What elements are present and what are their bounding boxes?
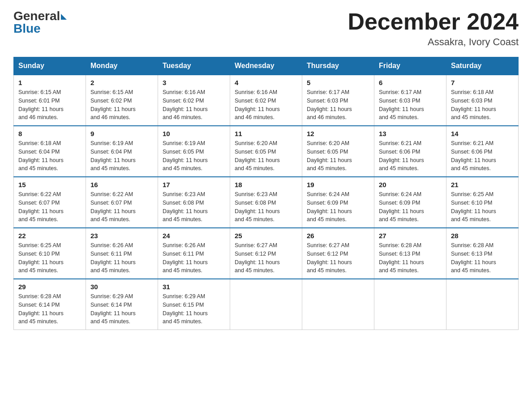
day-info: Sunrise: 6:19 AM Sunset: 6:05 PM Dayligh…	[163, 139, 225, 173]
day-info: Sunrise: 6:19 AM Sunset: 6:04 PM Dayligh…	[90, 139, 153, 173]
day-cell-3: 3 Sunrise: 6:16 AM Sunset: 6:02 PM Dayli…	[158, 75, 230, 126]
day-info: Sunrise: 6:21 AM Sunset: 6:06 PM Dayligh…	[451, 139, 514, 173]
day-info: Sunrise: 6:26 AM Sunset: 6:11 PM Dayligh…	[163, 241, 225, 275]
day-number: 8	[18, 130, 81, 137]
day-number: 19	[307, 181, 369, 188]
day-info: Sunrise: 6:28 AM Sunset: 6:14 PM Dayligh…	[18, 292, 81, 326]
empty-cell-w4-d3	[230, 279, 302, 330]
day-info: Sunrise: 6:29 AM Sunset: 6:14 PM Dayligh…	[90, 292, 153, 326]
day-info: Sunrise: 6:16 AM Sunset: 6:02 PM Dayligh…	[235, 88, 297, 122]
day-number: 9	[90, 130, 153, 137]
day-cell-29: 29 Sunrise: 6:28 AM Sunset: 6:14 PM Dayl…	[14, 279, 86, 330]
day-number: 27	[379, 232, 442, 240]
day-cell-4: 4 Sunrise: 6:16 AM Sunset: 6:02 PM Dayli…	[230, 75, 302, 126]
col-monday: Monday	[86, 57, 158, 75]
col-friday: Friday	[374, 57, 446, 75]
day-cell-24: 24 Sunrise: 6:26 AM Sunset: 6:11 PM Dayl…	[158, 228, 230, 279]
day-number: 10	[163, 130, 225, 137]
day-number: 25	[235, 232, 297, 240]
day-number: 15	[18, 181, 81, 188]
logo-arrow-icon	[61, 14, 67, 20]
day-cell-14: 14 Sunrise: 6:21 AM Sunset: 6:06 PM Dayl…	[446, 126, 519, 177]
day-cell-5: 5 Sunrise: 6:17 AM Sunset: 6:03 PM Dayli…	[302, 75, 374, 126]
day-number: 6	[379, 79, 442, 86]
day-cell-26: 26 Sunrise: 6:27 AM Sunset: 6:12 PM Dayl…	[302, 228, 374, 279]
day-number: 2	[90, 79, 153, 86]
day-number: 4	[235, 79, 297, 86]
empty-cell-w4-d4	[302, 279, 374, 330]
day-cell-1: 1 Sunrise: 6:15 AM Sunset: 6:01 PM Dayli…	[14, 75, 86, 126]
empty-cell-w4-d5	[374, 279, 446, 330]
day-number: 14	[451, 130, 514, 137]
day-info: Sunrise: 6:20 AM Sunset: 6:05 PM Dayligh…	[235, 139, 297, 173]
day-info: Sunrise: 6:27 AM Sunset: 6:12 PM Dayligh…	[307, 241, 369, 275]
day-cell-20: 20 Sunrise: 6:24 AM Sunset: 6:09 PM Dayl…	[374, 177, 446, 228]
day-info: Sunrise: 6:20 AM Sunset: 6:05 PM Dayligh…	[307, 139, 369, 173]
day-cell-15: 15 Sunrise: 6:22 AM Sunset: 6:07 PM Dayl…	[14, 177, 86, 228]
col-wednesday: Wednesday	[230, 57, 302, 75]
day-info: Sunrise: 6:17 AM Sunset: 6:03 PM Dayligh…	[379, 88, 442, 122]
title-block: December 2024 Assakra, Ivory Coast	[348, 9, 519, 48]
calendar-header-row: Sunday Monday Tuesday Wednesday Thursday…	[14, 57, 519, 75]
col-thursday: Thursday	[302, 57, 374, 75]
day-number: 18	[235, 181, 297, 188]
logo-general-text: General	[13, 9, 60, 23]
day-number: 29	[18, 283, 81, 291]
location-subtitle: Assakra, Ivory Coast	[348, 36, 519, 48]
day-info: Sunrise: 6:21 AM Sunset: 6:06 PM Dayligh…	[379, 139, 442, 173]
logo-blue-text: Blue	[13, 21, 67, 36]
calendar-table: Sunday Monday Tuesday Wednesday Thursday…	[13, 57, 519, 330]
week-row-2: 8 Sunrise: 6:18 AM Sunset: 6:04 PM Dayli…	[14, 126, 519, 177]
day-info: Sunrise: 6:17 AM Sunset: 6:03 PM Dayligh…	[307, 88, 369, 122]
day-cell-19: 19 Sunrise: 6:24 AM Sunset: 6:09 PM Dayl…	[302, 177, 374, 228]
day-number: 31	[163, 283, 225, 291]
day-info: Sunrise: 6:22 AM Sunset: 6:07 PM Dayligh…	[90, 190, 153, 224]
day-info: Sunrise: 6:24 AM Sunset: 6:09 PM Dayligh…	[379, 190, 442, 224]
month-year-title: December 2024	[348, 9, 519, 34]
day-info: Sunrise: 6:27 AM Sunset: 6:12 PM Dayligh…	[235, 241, 297, 275]
day-info: Sunrise: 6:25 AM Sunset: 6:10 PM Dayligh…	[18, 241, 81, 275]
day-info: Sunrise: 6:25 AM Sunset: 6:10 PM Dayligh…	[451, 190, 514, 224]
day-info: Sunrise: 6:15 AM Sunset: 6:01 PM Dayligh…	[18, 88, 81, 122]
day-cell-11: 11 Sunrise: 6:20 AM Sunset: 6:05 PM Dayl…	[230, 126, 302, 177]
day-cell-17: 17 Sunrise: 6:23 AM Sunset: 6:08 PM Dayl…	[158, 177, 230, 228]
day-info: Sunrise: 6:18 AM Sunset: 6:03 PM Dayligh…	[451, 88, 514, 122]
day-number: 20	[379, 181, 442, 188]
day-cell-22: 22 Sunrise: 6:25 AM Sunset: 6:10 PM Dayl…	[14, 228, 86, 279]
day-number: 23	[90, 232, 153, 240]
logo: General Blue	[13, 9, 67, 36]
day-info: Sunrise: 6:26 AM Sunset: 6:11 PM Dayligh…	[90, 241, 153, 275]
day-number: 13	[379, 130, 442, 137]
day-cell-16: 16 Sunrise: 6:22 AM Sunset: 6:07 PM Dayl…	[86, 177, 158, 228]
day-info: Sunrise: 6:28 AM Sunset: 6:13 PM Dayligh…	[451, 241, 514, 275]
day-number: 3	[163, 79, 225, 86]
day-cell-13: 13 Sunrise: 6:21 AM Sunset: 6:06 PM Dayl…	[374, 126, 446, 177]
day-cell-18: 18 Sunrise: 6:23 AM Sunset: 6:08 PM Dayl…	[230, 177, 302, 228]
day-number: 1	[18, 79, 81, 86]
day-cell-7: 7 Sunrise: 6:18 AM Sunset: 6:03 PM Dayli…	[446, 75, 519, 126]
day-number: 16	[90, 181, 153, 188]
day-info: Sunrise: 6:29 AM Sunset: 6:15 PM Dayligh…	[163, 292, 225, 326]
day-cell-2: 2 Sunrise: 6:15 AM Sunset: 6:02 PM Dayli…	[86, 75, 158, 126]
day-number: 21	[451, 181, 514, 188]
day-info: Sunrise: 6:23 AM Sunset: 6:08 PM Dayligh…	[163, 190, 225, 224]
day-number: 24	[163, 232, 225, 240]
day-info: Sunrise: 6:16 AM Sunset: 6:02 PM Dayligh…	[163, 88, 225, 122]
page-header: General Blue December 2024 Assakra, Ivor…	[13, 9, 519, 48]
day-cell-30: 30 Sunrise: 6:29 AM Sunset: 6:14 PM Dayl…	[86, 279, 158, 330]
day-number: 26	[307, 232, 369, 240]
day-number: 17	[163, 181, 225, 188]
col-tuesday: Tuesday	[158, 57, 230, 75]
day-cell-10: 10 Sunrise: 6:19 AM Sunset: 6:05 PM Dayl…	[158, 126, 230, 177]
empty-cell-w4-d6	[446, 279, 519, 330]
col-sunday: Sunday	[14, 57, 86, 75]
day-info: Sunrise: 6:22 AM Sunset: 6:07 PM Dayligh…	[18, 190, 81, 224]
day-cell-6: 6 Sunrise: 6:17 AM Sunset: 6:03 PM Dayli…	[374, 75, 446, 126]
day-number: 22	[18, 232, 81, 240]
day-number: 5	[307, 79, 369, 86]
day-cell-12: 12 Sunrise: 6:20 AM Sunset: 6:05 PM Dayl…	[302, 126, 374, 177]
week-row-4: 22 Sunrise: 6:25 AM Sunset: 6:10 PM Dayl…	[14, 228, 519, 279]
day-cell-21: 21 Sunrise: 6:25 AM Sunset: 6:10 PM Dayl…	[446, 177, 519, 228]
day-cell-25: 25 Sunrise: 6:27 AM Sunset: 6:12 PM Dayl…	[230, 228, 302, 279]
day-number: 11	[235, 130, 297, 137]
